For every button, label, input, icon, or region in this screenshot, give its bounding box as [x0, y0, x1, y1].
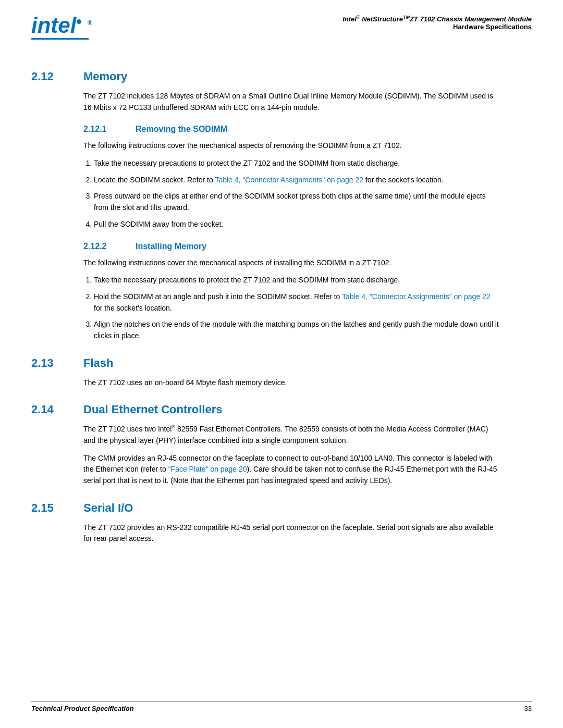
header-title-line1: Intel® NetStructureTMZT 7102 Chassis Man…: [342, 15, 532, 23]
section-2-12-2-number: 2.12.2: [83, 242, 136, 251]
list-item: Hold the SODIMM at an angle and push it …: [94, 291, 500, 314]
section-2-14-number: 2.14: [31, 403, 83, 416]
section-2-14-content: The ZT 7102 uses two Intel® 82559 Fast E…: [83, 424, 500, 486]
section-2-12-1-list: Take the necessary precautions to protec…: [94, 158, 500, 230]
section-2-12-title: Memory: [83, 70, 127, 83]
section-2-12-1-number: 2.12.1: [83, 125, 136, 134]
section-2-12-content: The ZT 7102 includes 128 Mbytes of SDRAM…: [83, 91, 500, 342]
section-2-15-heading: 2.15 Serial I/O: [31, 501, 532, 515]
section-2-14-para1: The ZT 7102 uses two Intel® 82559 Fast E…: [83, 424, 500, 446]
section-2-13-title: Flash: [83, 356, 113, 370]
section-2-13-intro: The ZT 7102 uses an on-board 64 Mbyte fl…: [83, 377, 500, 389]
section-2-12-2-intro: The following instructions cover the mec…: [83, 257, 500, 269]
section-2-12-1-title: Removing the SODIMM: [136, 125, 227, 134]
section-2-14-heading: 2.14 Dual Ethernet Controllers: [31, 403, 532, 416]
section-2-15-content: The ZT 7102 provides an RS-232 compatibl…: [83, 522, 500, 545]
section-2-15-title: Serial I/O: [83, 501, 133, 515]
section-2-15-intro: The ZT 7102 provides an RS-232 compatibl…: [83, 522, 500, 545]
table4-link-2[interactable]: Table 4, "Connector Assignments" on page…: [342, 292, 491, 301]
page-footer: Technical Product Specification 33: [31, 701, 532, 712]
section-2-12-number: 2.12: [31, 70, 83, 83]
header-doc-title: Intel® NetStructureTMZT 7102 Chassis Man…: [342, 15, 532, 31]
list-item: Align the notches on the ends of the mod…: [94, 319, 500, 341]
section-2-14-title: Dual Ethernet Controllers: [83, 403, 222, 416]
section-2-13-heading: 2.13 Flash: [31, 356, 532, 370]
section-2-12-1-heading: 2.12.1 Removing the SODIMM: [83, 125, 500, 134]
section-2-12-heading: 2.12 Memory: [31, 70, 532, 83]
intel-logo: intel ®: [31, 15, 94, 40]
table4-link-1[interactable]: Table 4, "Connector Assignments" on page…: [215, 176, 363, 184]
section-2-12-2-heading: 2.12.2 Installing Memory: [83, 242, 500, 251]
page: intel ® Intel® NetStructureTMZT 7102 Cha…: [0, 0, 563, 728]
section-2-12-2-title: Installing Memory: [136, 242, 206, 251]
list-item: Locate the SODIMM socket. Refer to Table…: [94, 175, 500, 186]
list-item: Press outward on the clips at either end…: [94, 191, 500, 213]
section-2-15-number: 2.15: [31, 501, 83, 515]
list-item: Pull the SODIMM away from the socket.: [94, 219, 500, 230]
page-header: intel ® Intel® NetStructureTMZT 7102 Cha…: [0, 0, 563, 45]
section-2-13-content: The ZT 7102 uses an on-board 64 Mbyte fl…: [83, 377, 500, 389]
section-2-12-2-list: Take the necessary precautions to protec…: [94, 275, 500, 341]
section-2-12-1-intro: The following instructions cover the mec…: [83, 140, 500, 152]
page-number: 33: [524, 705, 532, 712]
section-2-12-intro: The ZT 7102 includes 128 Mbytes of SDRAM…: [83, 91, 500, 113]
list-item: Take the necessary precautions to protec…: [94, 275, 500, 286]
faceplate-link[interactable]: "Face Plate" on page 20: [168, 465, 247, 473]
header-title-line2: Hardware Specifications: [342, 23, 532, 31]
section-2-14-para2: The CMM provides an RJ-45 connector on t…: [83, 453, 500, 487]
section-2-13-number: 2.13: [31, 356, 83, 370]
list-item: Take the necessary precautions to protec…: [94, 158, 500, 169]
main-content: 2.12 Memory The ZT 7102 includes 128 Mby…: [0, 45, 563, 593]
footer-label: Technical Product Specification: [31, 705, 134, 712]
